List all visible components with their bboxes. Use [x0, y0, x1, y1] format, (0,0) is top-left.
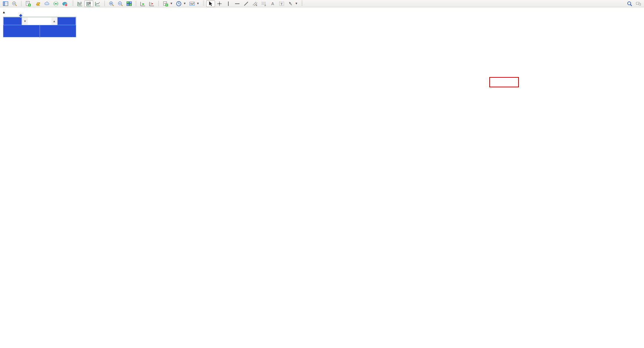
zoom-in-button[interactable] — [107, 0, 116, 7]
svg-text:A: A — [271, 1, 274, 6]
new-chart-button[interactable]: ▼ — [161, 0, 174, 7]
one-click-trading-widget: ▼ ▲ — [3, 17, 76, 37]
line-chart-icon — [95, 1, 101, 7]
indicators-button[interactable]: ▼ — [188, 0, 201, 7]
search-icon — [627, 1, 633, 7]
main-toolbar: ▼ ▼ ▼ E F A T ▼ — [0, 0, 644, 7]
autotrading-button[interactable] — [60, 0, 70, 7]
dropdown-arrow: ▼ — [183, 2, 186, 5]
buy-price[interactable] — [40, 25, 76, 38]
arrow-objects-icon — [288, 1, 294, 7]
zoom-out-button[interactable] — [116, 0, 125, 7]
auto-scroll-button[interactable] — [138, 0, 147, 7]
chart-ohlc-header: ▲ — [2, 9, 10, 14]
label-tool-button[interactable]: T — [277, 0, 286, 7]
search-button[interactable] — [625, 0, 634, 7]
autotrading-icon — [62, 1, 68, 7]
cloud-icon — [44, 1, 50, 7]
svg-text:F: F — [265, 4, 266, 7]
text-icon: A — [270, 1, 276, 7]
market-watch-icon — [3, 1, 9, 7]
chart-window[interactable]: ▲ ▼ ▲ — [0, 7, 644, 348]
mql5-cloud-button[interactable] — [43, 0, 51, 7]
symbol-triangle-icon: ▲ — [2, 10, 6, 14]
chat-icon — [635, 1, 641, 7]
indicators-icon — [189, 1, 195, 7]
vline-tool-button[interactable] — [224, 0, 233, 7]
volume-decrease-button[interactable]: ▼ — [22, 17, 28, 25]
volume-increase-button[interactable]: ▲ — [51, 17, 57, 25]
fibonacci-icon: F — [261, 1, 267, 7]
divider — [104, 1, 105, 6]
dropdown-arrow: ▼ — [197, 2, 199, 5]
toolbar-grip — [72, 1, 74, 6]
svg-text:E: E — [256, 4, 257, 6]
timeframe-toolbar — [303, 0, 306, 7]
hline-tool-button[interactable] — [233, 0, 242, 7]
new-order-button[interactable] — [24, 0, 34, 7]
sell-price[interactable] — [3, 25, 40, 38]
fibonacci-tool-button[interactable]: F — [259, 0, 268, 7]
auto-scroll-icon — [140, 1, 146, 7]
macd-label — [2, 217, 4, 222]
rsi-label — [2, 280, 3, 285]
line-chart-mode-button[interactable] — [93, 0, 102, 7]
chart-shift-icon — [149, 1, 155, 7]
arrows-tool-button[interactable]: ▼ — [286, 0, 299, 7]
market-watch-button[interactable] — [1, 0, 10, 7]
signal-icon — [53, 1, 59, 7]
dropdown-arrow: ▼ — [295, 2, 298, 5]
svg-text:T: T — [281, 2, 283, 6]
cursor-tool-button[interactable] — [206, 0, 215, 7]
chat-button[interactable] — [634, 0, 643, 7]
toolbar-grip — [301, 1, 303, 6]
periods-button[interactable]: ▼ — [174, 0, 188, 7]
candlestick-icon — [86, 1, 92, 7]
crosshair-tool-button[interactable] — [215, 0, 224, 7]
new-order-icon — [25, 1, 31, 7]
bar-chart-icon — [77, 1, 83, 7]
text-tool-button[interactable]: A — [268, 0, 277, 7]
channel-tool-button[interactable]: E — [251, 0, 259, 7]
dropdown-arrow: ▼ — [170, 2, 173, 5]
toolbar-grip — [203, 1, 204, 6]
zoom-out-icon — [117, 1, 123, 7]
horizontal-line-icon — [234, 1, 240, 7]
text-label-icon: T — [279, 1, 285, 7]
equidistant-channel-icon: E — [252, 1, 258, 7]
data-window-icon — [11, 1, 17, 7]
chart-canvas[interactable] — [0, 7, 644, 348]
zoom-in-icon — [108, 1, 114, 7]
trendline-tool-button[interactable] — [242, 0, 251, 7]
clock-icon — [176, 1, 182, 7]
tile-windows-icon — [126, 1, 132, 7]
signals-button[interactable] — [51, 0, 60, 7]
buy-button[interactable] — [57, 17, 76, 25]
divider — [136, 1, 136, 6]
gold-bar-icon — [35, 1, 41, 7]
divider — [158, 1, 159, 6]
cursor-icon — [208, 1, 214, 7]
tile-windows-button[interactable] — [125, 0, 134, 7]
crosshair-icon — [217, 1, 222, 7]
sell-button[interactable] — [3, 17, 22, 25]
data-window-button[interactable] — [10, 0, 19, 7]
candlestick-mode-button[interactable] — [84, 0, 93, 7]
new-chart-icon — [162, 1, 168, 7]
divider — [21, 1, 21, 6]
volume-input[interactable] — [28, 17, 51, 25]
trendline-icon — [243, 1, 249, 7]
history-center-button[interactable] — [34, 0, 43, 7]
support-price-label[interactable] — [489, 77, 519, 87]
vertical-line-icon — [225, 1, 231, 7]
chart-shift-button[interactable] — [147, 0, 156, 7]
bar-chart-mode-button[interactable] — [76, 0, 84, 7]
